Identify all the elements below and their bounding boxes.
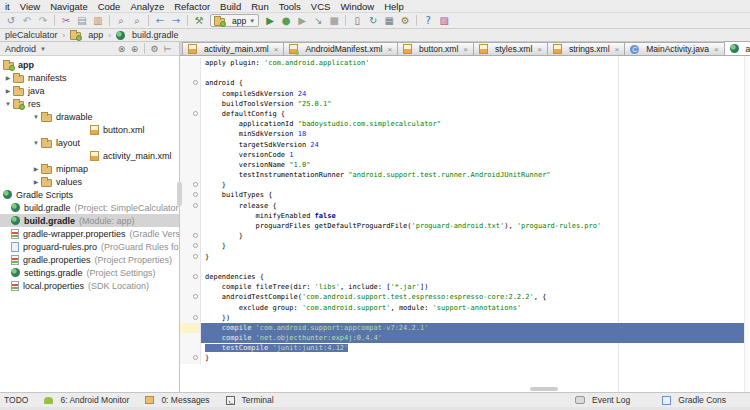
tree-item-gradle-wrapper-properties-gradle-version[interactable]: gradle-wrapper.properties(Gradle Version… <box>0 227 179 240</box>
tree-item-local-properties-sdk-location[interactable]: local.properties(SDK Location) <box>0 279 179 292</box>
close-tab-icon[interactable]: × <box>387 45 392 54</box>
fold-icon[interactable] <box>193 294 198 299</box>
tree-item-gradle-scripts[interactable]: Gradle Scripts <box>0 188 179 201</box>
debug-icon[interactable]: ● <box>278 14 294 28</box>
tab-strings-xml[interactable]: strings.xml× <box>547 42 625 55</box>
gutter <box>180 323 201 333</box>
close-tab-icon[interactable]: × <box>537 45 542 54</box>
cut-icon[interactable]: ✂ <box>58 14 74 28</box>
toolwindow-button-terminal[interactable]: Terminal <box>226 395 274 405</box>
panel-splitter-handle[interactable] <box>177 182 182 206</box>
toolwindow-button-todo[interactable]: TODO <box>4 395 28 405</box>
menu-help[interactable]: Help <box>379 1 409 12</box>
project-view-mode-dropdown[interactable]: Android <box>5 44 36 54</box>
fold-icon[interactable] <box>193 233 198 238</box>
fold-icon[interactable] <box>193 254 198 259</box>
menu-refactor[interactable]: Refactor <box>169 1 215 12</box>
editor[interactable]: apply plugin: 'com.android.application'a… <box>180 56 750 392</box>
fold-icon[interactable] <box>193 243 198 248</box>
toolwindow-button-0-messages[interactable]: 0: Messages <box>145 395 209 405</box>
stop-icon[interactable]: ■ <box>326 14 342 28</box>
gradle-sync-icon[interactable]: ↻ <box>365 14 381 28</box>
tree-item-build-gradle-module-app[interactable]: build.gradle(Module: app) <box>0 214 179 227</box>
sync-icon[interactable]: ↺ <box>3 14 19 28</box>
fold-icon[interactable] <box>193 80 198 85</box>
close-tab-icon[interactable]: × <box>714 45 719 54</box>
fold-icon[interactable] <box>193 355 198 360</box>
editor-vertical-scrollbar[interactable] <box>744 56 750 392</box>
menu-code[interactable]: Code <box>93 1 126 12</box>
tree-item-res[interactable]: ▼res <box>0 97 179 110</box>
undo-icon[interactable]: ↶ <box>19 14 35 28</box>
menu-build[interactable]: Build <box>215 1 246 12</box>
tab-activity-main-xml[interactable]: activity_main.xml× <box>182 42 284 55</box>
tree-item-settings-gradle-project-settings[interactable]: settings.gradle(Project Settings) <box>0 266 179 279</box>
close-tab-icon[interactable]: × <box>615 45 620 54</box>
tree-item-activity-main-xml[interactable]: activity_main.xml <box>0 149 179 162</box>
device-monitor-icon[interactable]: ▨ <box>436 14 452 28</box>
project-structure-icon[interactable]: ⚙ <box>397 14 413 28</box>
toolwindow-button-6-android-monitor[interactable]: 6: Android Monitor <box>44 395 129 405</box>
tree-item-build-gradle-project-simplecalculator[interactable]: build.gradle(Project: SimpleCalculator) <box>0 201 179 214</box>
breadcrumb-item-plecalculator[interactable]: pleCalculator <box>3 30 60 40</box>
tab-androidmanifest-xml[interactable]: AndroidManifest.xml× <box>283 42 398 55</box>
avd-manager-icon[interactable]: ▯ <box>349 14 365 28</box>
menu-vcs[interactable]: VCS <box>306 1 336 12</box>
fold-icon[interactable] <box>193 192 198 197</box>
breadcrumb-separator: › <box>60 31 69 40</box>
fold-icon[interactable] <box>193 111 198 116</box>
tree-item-layout[interactable]: ▼layout <box>0 136 179 149</box>
gutter <box>180 89 201 99</box>
settings-icon[interactable]: ⚙ <box>148 44 161 54</box>
menu-navigate[interactable]: Navigate <box>45 1 93 12</box>
forward-icon[interactable]: → <box>168 14 184 28</box>
redo-icon[interactable]: ↷ <box>35 14 51 28</box>
close-tab-icon[interactable]: × <box>274 45 279 54</box>
tree-item-values[interactable]: ▶values <box>0 175 179 188</box>
tab-app[interactable]: app× <box>724 41 750 55</box>
fold-icon[interactable] <box>193 203 198 208</box>
find-icon[interactable]: ⌕ <box>113 14 129 28</box>
back-icon[interactable]: ← <box>152 14 168 28</box>
menu-view[interactable]: View <box>15 1 45 12</box>
menu-tools[interactable]: Tools <box>274 1 306 12</box>
replace-icon[interactable]: ⌕ <box>129 14 145 28</box>
menu-run[interactable]: Run <box>246 1 273 12</box>
toolwindow-button-gradle-cons[interactable]: Gradle Cons <box>662 395 726 405</box>
tree-item-mipmap[interactable]: ▶mipmap <box>0 162 179 175</box>
tree-item-drawable[interactable]: ▼drawable <box>0 110 179 123</box>
tab-mainactivity-java[interactable]: MainActivity.java× <box>624 42 724 55</box>
make-icon[interactable]: ⚒ <box>191 14 207 28</box>
sdk-manager-icon[interactable]: ▦ <box>381 14 397 28</box>
tab-button-xml[interactable]: button.xml× <box>397 42 474 55</box>
run-icon[interactable]: ▶ <box>262 14 278 28</box>
coverage-icon[interactable]: ▶ <box>294 14 310 28</box>
fold-icon[interactable] <box>193 182 198 187</box>
editor-horizontal-scrollbar[interactable] <box>530 387 558 391</box>
tree-item-proguard-rules-pro-proguard-rules-for-app[interactable]: proguard-rules.pro(ProGuard Rules for ap… <box>0 240 179 253</box>
breadcrumb-item-build-gradle[interactable]: build.gradle <box>114 30 181 40</box>
project-tree[interactable]: app▶manifests▶java▼res▼drawablebutton.xm… <box>0 56 179 392</box>
menu-window[interactable]: Window <box>335 1 379 12</box>
paste-icon[interactable]: ▥ <box>90 14 106 28</box>
menu-analyze[interactable]: Analyze <box>125 1 169 12</box>
copy-icon[interactable]: ▤ <box>74 14 90 28</box>
collapse-all-icon[interactable]: ⊗ <box>115 44 128 54</box>
fold-icon[interactable] <box>193 315 198 320</box>
toolwindow-button-event-log[interactable]: Event Log <box>575 395 630 405</box>
fold-icon[interactable] <box>193 274 198 279</box>
tree-item-java[interactable]: ▶java <box>0 84 179 97</box>
menu-it[interactable]: it <box>0 1 15 12</box>
tree-item-manifests[interactable]: ▶manifests <box>0 71 179 84</box>
run-config-dropdown[interactable]: app▼ <box>210 14 259 27</box>
tree-item-gradle-properties-project-properties[interactable]: gradle.properties(Project Properties) <box>0 253 179 266</box>
breadcrumb-item-app[interactable]: app <box>68 30 105 40</box>
tab-styles-xml[interactable]: styles.xml× <box>473 42 548 55</box>
hide-icon[interactable]: ⊢ <box>161 44 174 54</box>
close-tab-icon[interactable]: × <box>463 45 468 54</box>
locate-icon[interactable]: ⊕ <box>128 44 141 54</box>
tree-item-button-xml[interactable]: button.xml <box>0 123 179 136</box>
attach-debugger-icon[interactable]: ↘ <box>310 14 326 28</box>
tree-item-app[interactable]: app <box>0 58 179 71</box>
help-icon[interactable]: ? <box>420 14 436 28</box>
